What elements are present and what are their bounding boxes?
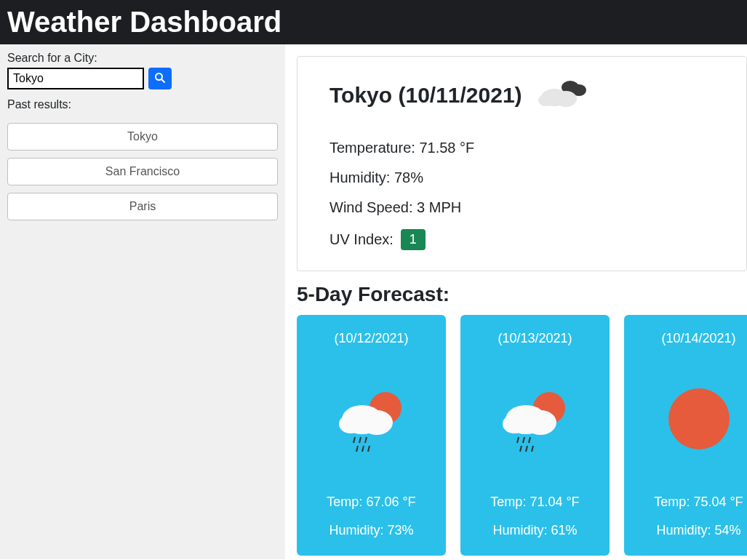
- forecast-temp: Temp: 71.04 °F: [469, 495, 601, 510]
- svg-line-13: [365, 437, 367, 443]
- past-result-san-francisco[interactable]: San Francisco: [7, 158, 278, 185]
- page-title: Weather Dashboard: [7, 6, 740, 39]
- uv-index-badge: 1: [401, 229, 426, 250]
- svg-line-25: [526, 446, 527, 452]
- forecast-row: (10/12/2021) Temp: 67.: [297, 315, 747, 556]
- forecast-humidity: Humidity: 73%: [305, 523, 437, 538]
- svg-point-9: [361, 410, 393, 435]
- svg-point-27: [668, 388, 730, 449]
- sidebar: Search for a City: Past results: Tokyo S…: [0, 44, 285, 559]
- past-result-tokyo[interactable]: Tokyo: [7, 123, 278, 151]
- current-weather-card: Tokyo (10/11/2021) Temperature: 71.58 °F…: [297, 56, 747, 271]
- cloudy-icon: [537, 77, 589, 113]
- current-temperature: Temperature: 71.58 °F: [329, 140, 714, 156]
- current-humidity: Humidity: 78%: [329, 169, 714, 186]
- svg-line-22: [523, 437, 524, 443]
- current-city-date: Tokyo (10/11/2021): [329, 83, 522, 108]
- main: Tokyo (10/11/2021) Temperature: 71.58 °F…: [285, 44, 747, 559]
- header: Weather Dashboard: [0, 0, 747, 44]
- current-uv-row: UV Index: 1: [329, 229, 714, 250]
- layout: Search for a City: Past results: Tokyo S…: [0, 44, 747, 559]
- search-button[interactable]: [148, 68, 172, 89]
- current-title-row: Tokyo (10/11/2021): [329, 77, 714, 113]
- forecast-date: (10/14/2021): [633, 331, 747, 346]
- svg-line-23: [529, 437, 530, 443]
- search-icon: [154, 72, 166, 86]
- svg-line-21: [517, 437, 519, 443]
- svg-point-5: [555, 91, 577, 107]
- svg-line-12: [359, 437, 361, 443]
- rain-sun-icon: [469, 375, 601, 463]
- search-label: Search for a City:: [7, 52, 278, 65]
- forecast-temp: Temp: 75.04 °F: [633, 495, 747, 510]
- forecast-date: (10/12/2021): [305, 331, 437, 346]
- svg-point-20: [503, 415, 526, 433]
- forecast-title: 5-Day Forecast:: [297, 283, 747, 306]
- search-row: [7, 68, 278, 89]
- svg-line-15: [362, 446, 364, 452]
- rain-sun-icon: [305, 375, 437, 463]
- forecast-humidity: Humidity: 61%: [469, 523, 601, 538]
- svg-line-24: [520, 446, 522, 452]
- past-results-label: Past results:: [7, 98, 278, 111]
- svg-point-19: [524, 410, 556, 435]
- svg-line-16: [368, 446, 369, 452]
- svg-point-6: [538, 95, 553, 106]
- forecast-date: (10/13/2021): [469, 331, 601, 346]
- forecast-humidity: Humidity: 54%: [633, 523, 747, 538]
- svg-line-11: [353, 437, 355, 443]
- svg-line-14: [356, 446, 358, 452]
- svg-line-1: [161, 79, 164, 82]
- svg-point-10: [339, 415, 362, 433]
- forecast-card: (10/14/2021) Temp: 75.04 °F Humidity: 54…: [624, 315, 747, 556]
- forecast-temp: Temp: 67.06 °F: [305, 495, 437, 510]
- current-wind: Wind Speed: 3 MPH: [329, 199, 714, 216]
- past-result-paris[interactable]: Paris: [7, 193, 278, 220]
- sun-icon: [633, 375, 747, 463]
- uv-index-label: UV Index:: [329, 231, 394, 248]
- svg-line-26: [532, 446, 533, 452]
- city-search-input[interactable]: [7, 68, 144, 89]
- forecast-card: (10/13/2021) Temp: 71.: [460, 315, 610, 556]
- forecast-card: (10/12/2021) Temp: 67.: [297, 315, 446, 556]
